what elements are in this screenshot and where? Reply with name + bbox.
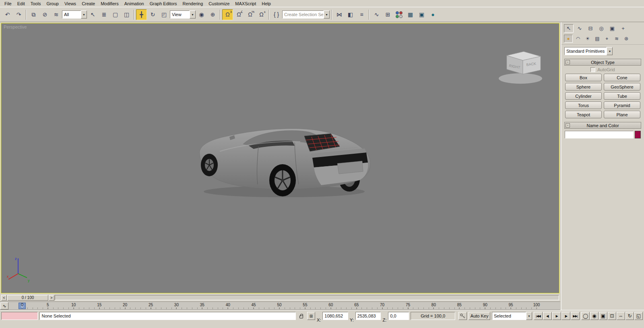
maxscript-mini-listener[interactable] [1,312,38,320]
orbit-button[interactable]: ↻ [625,312,634,320]
menu-animation[interactable]: Animation [122,1,147,6]
tab-utilities[interactable]: + [618,24,628,33]
pan-button[interactable]: ⇔ [617,312,625,320]
bind-to-space-warp-icon[interactable]: ≋ [51,9,62,20]
redo-icon[interactable]: ↷ [13,9,24,20]
frame-tick-95[interactable]: 95 [509,303,513,309]
object-type-pyramid[interactable]: Pyramid [604,101,640,109]
x-coordinate-field[interactable]: 1080,652 [322,312,348,320]
y-coordinate-field[interactable]: 2535,083 [355,312,381,320]
tab-hierarchy[interactable]: ⊟ [586,24,595,33]
unlink-selection-icon[interactable]: ⊘ [39,9,50,20]
frame-tick-40[interactable]: 40 [226,303,230,309]
mini-curve-editor-button[interactable]: ∿ [0,302,8,309]
render-setup-icon[interactable]: ▦ [405,9,416,20]
menu-file[interactable]: File [2,1,14,6]
window-crossing-toggle-icon[interactable]: ◫ [121,9,132,20]
absolute-offset-mode-toggle[interactable]: ⊞ [307,312,315,320]
object-type-cone[interactable]: Cone [604,74,640,81]
select-and-rotate-icon[interactable]: ↻ [147,9,158,20]
next-frame-button[interactable]: |▶ [561,312,570,320]
named-selection-set-dropdown[interactable]: Create Selection Set▼ [282,10,330,19]
menu-create[interactable]: Create [79,1,98,6]
chevron-down-icon[interactable]: ▼ [81,10,87,19]
chevron-down-icon[interactable]: ▼ [190,10,196,19]
frame-tick-50[interactable]: 50 [277,303,281,309]
object-type-box[interactable]: Box [565,74,602,81]
primitive-category-dropdown[interactable]: Standard Primitives ▼ [564,47,613,55]
menu-rendering[interactable]: Rendering [180,1,206,6]
selection-lock-toggle[interactable] [297,312,305,320]
category-systems[interactable]: ⊛ [622,35,631,43]
auto-key-button[interactable]: Auto Key [469,312,490,320]
mirror-icon[interactable]: ⋈ [334,9,345,20]
time-slider-next-button[interactable]: > [49,295,54,301]
zoom-button[interactable]: ◯ [581,312,590,320]
frame-tick-70[interactable]: 70 [380,303,384,309]
object-type-cylinder[interactable]: Cylinder [565,92,602,100]
object-type-geosphere[interactable]: GeoSphere [604,83,640,91]
schematic-view-icon[interactable]: ⊞ [382,9,393,20]
category-geometry[interactable]: ● [564,35,573,43]
frame-tick-90[interactable]: 90 [483,303,487,309]
render-production-icon[interactable]: ● [427,9,438,20]
object-type-sphere[interactable]: Sphere [565,83,602,91]
collapse-icon[interactable]: - [566,60,570,64]
frame-tick-20[interactable]: 20 [123,303,127,309]
frame-tick-75[interactable]: 75 [406,303,410,309]
zoom-region-button[interactable]: ⊡ [608,312,616,320]
frame-tick-30[interactable]: 30 [174,303,179,309]
frame-tick-60[interactable]: 60 [328,303,333,309]
menu-graph-editors[interactable]: Graph Editors [147,1,180,6]
viewport-perspective[interactable]: Perspective [1,23,559,293]
menu-edit[interactable]: Edit [14,1,28,6]
frame-tick-35[interactable]: 35 [200,303,204,309]
frame-tick-45[interactable]: 45 [252,303,256,309]
menu-maxscript[interactable]: MAXScript [232,1,259,6]
set-key-button[interactable] [458,312,467,320]
menu-modifiers[interactable]: Modifiers [98,1,122,6]
select-and-uniform-scale-icon[interactable]: ◰ [159,9,169,20]
category-shapes[interactable]: ◠ [574,35,582,43]
menu-help[interactable]: Help [259,1,274,6]
use-pivot-point-center-icon[interactable]: ◉ [196,9,207,20]
frame-tick-15[interactable]: 15 [97,303,101,309]
select-object-icon[interactable]: ↖ [87,9,98,20]
object-type-plane[interactable]: Plane [604,111,640,118]
maximize-viewport-button[interactable]: ◱ [634,312,643,320]
curve-editor-icon[interactable]: ∿ [371,9,382,20]
chevron-down-icon[interactable]: ▼ [324,10,330,19]
object-name-input[interactable] [565,131,634,138]
category-lights[interactable]: ☀ [583,35,592,43]
car-model[interactable] [196,123,373,204]
object-type-torus[interactable]: Torus [565,101,602,109]
object-color-swatch[interactable] [635,131,641,138]
collapse-icon[interactable]: - [566,123,570,128]
angle-snap-toggle-icon[interactable]: Ω∠ [233,9,244,20]
material-editor-icon[interactable] [394,9,405,20]
chevron-down-icon[interactable]: ▼ [526,312,532,320]
viewcube[interactable]: RIGHT BACK [495,47,552,86]
object-type-tube[interactable]: Tube [604,92,640,100]
snaps-toggle-3d-icon[interactable]: Ω3 [222,9,233,20]
align-icon[interactable]: ◧ [345,9,356,20]
frame-tick-80[interactable]: 80 [431,303,436,309]
zoom-all-button[interactable]: ◉ [590,312,599,320]
select-and-link-icon[interactable]: ⧉ [28,9,39,20]
frame-tick-0[interactable]: 0 [21,303,23,309]
viewport-label[interactable]: Perspective [4,25,27,29]
track-bar[interactable]: ∿ 0 051015202530354045505560657075808590… [0,301,560,310]
frame-tick-25[interactable]: 25 [149,303,153,309]
menu-tools[interactable]: Tools [28,1,44,6]
time-slider-track[interactable] [55,295,559,300]
category-space-warps[interactable]: ≋ [612,35,621,43]
tab-create[interactable]: ↖ [564,24,574,33]
frame-tick-5[interactable]: 5 [47,303,49,309]
frame-tick-10[interactable]: 10 [71,303,76,309]
go-to-start-button[interactable]: |◀◀ [534,312,543,320]
object-type-teapot[interactable]: Teapot [565,111,602,118]
time-slider-prev-button[interactable]: < [1,295,7,301]
tab-motion[interactable]: ◎ [597,24,606,33]
zoom-extents-button[interactable]: ▣ [599,312,607,320]
time-slider-handle[interactable]: 0 / 100 [7,295,48,301]
